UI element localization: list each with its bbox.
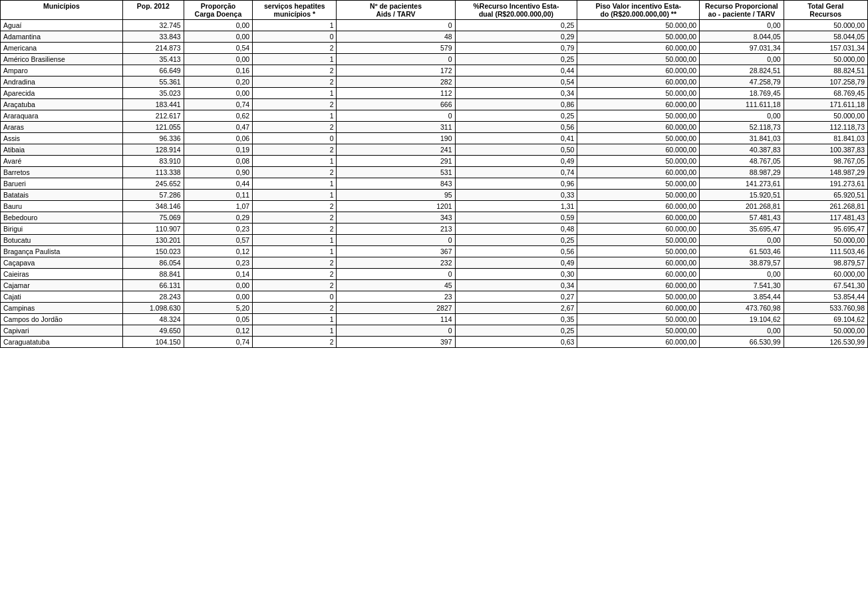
table-cell: 0,27 bbox=[455, 291, 577, 303]
table-cell: Birigui bbox=[1, 223, 123, 235]
table-cell: 31.841,03 bbox=[700, 133, 784, 144]
table-cell: 8.044,05 bbox=[700, 31, 784, 43]
table-cell: 7.541,30 bbox=[700, 280, 784, 291]
table-cell: 0,00 bbox=[700, 269, 784, 280]
table-cell: 0,00 bbox=[700, 235, 784, 246]
table-cell: Andradina bbox=[1, 76, 123, 88]
table-cell: 50.000,00 bbox=[577, 246, 700, 257]
table-cell: 0,56 bbox=[455, 122, 577, 133]
table-cell: 48.324 bbox=[122, 314, 184, 325]
table-cell: 18.769,45 bbox=[700, 88, 784, 99]
table-cell: 0,30 bbox=[455, 269, 577, 280]
table-cell: Araras bbox=[1, 122, 123, 133]
table-cell: 348.146 bbox=[122, 201, 184, 212]
table-cell: 1.098.630 bbox=[122, 303, 184, 314]
table-cell: 0,34 bbox=[455, 280, 577, 291]
table-cell: 0,56 bbox=[455, 246, 577, 257]
table-cell: 60.000,00 bbox=[577, 43, 700, 54]
table-row: Barueri245.6520,4418430,9650.000,00141.2… bbox=[1, 178, 868, 190]
table-cell: Batatais bbox=[1, 190, 123, 201]
table-cell: 50.000,00 bbox=[577, 31, 700, 43]
table-cell: 57.481,43 bbox=[700, 212, 784, 223]
table-cell: 110.907 bbox=[122, 223, 184, 235]
table-cell: 1 bbox=[253, 235, 337, 246]
header-proporcao: ProporçãoCarga Doença bbox=[184, 1, 252, 20]
table-cell: 0,14 bbox=[184, 269, 252, 280]
table-cell: 1 bbox=[253, 190, 337, 201]
table-cell: 60.000,00 bbox=[577, 99, 700, 110]
table-cell: 171.611,18 bbox=[784, 99, 867, 110]
table-cell: 32.745 bbox=[122, 20, 184, 31]
table-cell: 50.000,00 bbox=[577, 156, 700, 167]
table-cell: 157.031,34 bbox=[784, 43, 867, 54]
table-cell: 0,00 bbox=[184, 20, 252, 31]
table-cell: 66.530,99 bbox=[700, 337, 784, 348]
table-cell: 2 bbox=[253, 65, 337, 76]
table-cell: 95.695,47 bbox=[784, 223, 867, 235]
table-cell: Atibaia bbox=[1, 144, 123, 156]
table-cell: 0,41 bbox=[455, 133, 577, 144]
table-cell: 23 bbox=[337, 291, 455, 303]
table-cell: 2 bbox=[253, 201, 337, 212]
table-cell: 0,00 bbox=[184, 291, 252, 303]
table-cell: 1,31 bbox=[455, 201, 577, 212]
table-cell: 49.650 bbox=[122, 325, 184, 337]
table-cell: 2 bbox=[253, 144, 337, 156]
table-cell: 35.695,47 bbox=[700, 223, 784, 235]
table-cell: 86.054 bbox=[122, 257, 184, 269]
table-cell: 97.031,34 bbox=[700, 43, 784, 54]
table-row: Cajati28.2430,000230,2750.000,003.854,44… bbox=[1, 291, 868, 303]
table-row: Atibaia128.9140,1922410,5060.000,0040.38… bbox=[1, 144, 868, 156]
table-cell: 0,00 bbox=[184, 280, 252, 291]
table-cell: 0,74 bbox=[184, 99, 252, 110]
table-cell: 81.841,03 bbox=[784, 133, 867, 144]
table-cell: 2 bbox=[253, 43, 337, 54]
table-cell: 241 bbox=[337, 144, 455, 156]
table-cell: 0,25 bbox=[455, 110, 577, 122]
table-cell: 61.503,46 bbox=[700, 246, 784, 257]
table-cell: 130.201 bbox=[122, 235, 184, 246]
table-cell: 214.873 bbox=[122, 43, 184, 54]
table-cell: 2 bbox=[253, 223, 337, 235]
table-cell: 0,29 bbox=[455, 31, 577, 43]
table-row: Botucatu130.2010,57100,2550.000,000,0050… bbox=[1, 235, 868, 246]
table-cell: 113.338 bbox=[122, 167, 184, 178]
table-cell: 35.413 bbox=[122, 54, 184, 65]
table-cell: 60.000,00 bbox=[577, 269, 700, 280]
table-cell: Campinas bbox=[1, 303, 123, 314]
table-cell: 60.000,00 bbox=[577, 257, 700, 269]
header-piso-valor: Piso Valor incentivo Esta-do (R$20.000.0… bbox=[577, 1, 700, 20]
table-cell: 0,34 bbox=[455, 88, 577, 99]
table-cell: Américo Brasiliense bbox=[1, 54, 123, 65]
table-row: Birigui110.9070,2322130,4860.000,0035.69… bbox=[1, 223, 868, 235]
table-cell: 0,47 bbox=[184, 122, 252, 133]
table-cell: 66.649 bbox=[122, 65, 184, 76]
table-cell: 2 bbox=[253, 280, 337, 291]
table-cell: 213 bbox=[337, 223, 455, 235]
table-cell: 107.258,79 bbox=[784, 76, 867, 88]
header-pop2012: Pop. 2012 bbox=[122, 1, 184, 20]
table-cell: 60.000,00 bbox=[577, 303, 700, 314]
table-cell: 40.387,83 bbox=[700, 144, 784, 156]
table-cell: 1 bbox=[253, 246, 337, 257]
table-cell: 0,00 bbox=[700, 54, 784, 65]
table-cell: 201.268,81 bbox=[700, 201, 784, 212]
table-cell: 28.824,51 bbox=[700, 65, 784, 76]
table-cell: 232 bbox=[337, 257, 455, 269]
table-cell: Araçatuba bbox=[1, 99, 123, 110]
table-cell: 0,35 bbox=[455, 314, 577, 325]
table-cell: 60.000,00 bbox=[577, 144, 700, 156]
table-cell: 0,86 bbox=[455, 99, 577, 110]
table-row: Batatais57.2860,111950,3350.000,0015.920… bbox=[1, 190, 868, 201]
table-cell: Botucatu bbox=[1, 235, 123, 246]
table-cell: 0,54 bbox=[184, 43, 252, 54]
table-cell: 50.000,00 bbox=[577, 314, 700, 325]
table-cell: 1201 bbox=[337, 201, 455, 212]
table-cell: 0,25 bbox=[455, 54, 577, 65]
table-cell: 0,62 bbox=[184, 110, 252, 122]
table-cell: 150.023 bbox=[122, 246, 184, 257]
table-cell: 0,05 bbox=[184, 314, 252, 325]
table-cell: 1 bbox=[253, 314, 337, 325]
table-cell: 2 bbox=[253, 76, 337, 88]
table-cell: 0,49 bbox=[455, 156, 577, 167]
